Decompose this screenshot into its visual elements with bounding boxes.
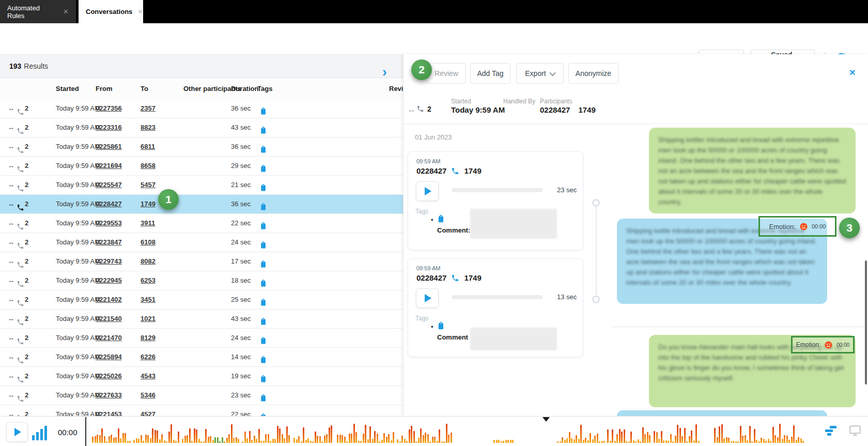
anonymize-button[interactable]: Anonymize [568, 63, 618, 84]
call-count: 2 [25, 290, 28, 309]
participant-number[interactable]: 0228427 [540, 105, 570, 114]
duration-cell: 24 sec [231, 329, 251, 347]
play-icon [14, 428, 21, 436]
annotation-number: 3 [846, 222, 853, 234]
tag-icon[interactable] [436, 215, 444, 225]
duration-cell: 17 sec [231, 252, 251, 270]
seek-marker-icon[interactable] [542, 417, 550, 422]
from-number-link[interactable]: 0229743 [96, 252, 122, 270]
to-number-link[interactable]: 1021 [141, 310, 156, 328]
to-number-link[interactable]: 8082 [141, 252, 156, 270]
direction-icon: ↔ [8, 290, 14, 309]
tab-automated-rules[interactable]: Automated Rules ✕ [0, 0, 76, 23]
panel-scrollbar[interactable] [865, 260, 867, 385]
timeline-node[interactable] [592, 199, 600, 207]
from-number-link[interactable]: 0221694 [96, 157, 122, 175]
from-number-link[interactable]: 0223316 [96, 118, 122, 136]
table-row[interactable]: ↔ 2 Today 9:59 AM 0221540 1021 43 sec [0, 310, 403, 329]
call-count: 2 [25, 252, 28, 270]
close-icon[interactable]: ✕ [137, 8, 143, 16]
to-number-link[interactable]: 3451 [141, 290, 156, 309]
participant-number[interactable]: 1749 [578, 105, 595, 114]
audio-progress-bar[interactable] [452, 295, 542, 299]
close-panel-icon[interactable]: ✕ [849, 68, 856, 78]
to-number-link[interactable]: 8129 [141, 329, 156, 347]
tab-conversations[interactable]: Conversations ✕ [79, 0, 143, 23]
from-number-link[interactable]: 0221470 [96, 329, 122, 347]
call-segment-card[interactable]: 09:59 AM 0228427 1749 13 sec Tags • Comm… [408, 258, 583, 357]
to-number-link[interactable]: 4527 [141, 405, 156, 416]
table-row[interactable]: ↔ 2 Today 9:59 AM 0225547 5457 21 sec [0, 176, 403, 195]
to-number-link[interactable]: 1749 [141, 195, 156, 213]
table-row[interactable]: ↔ 2 Today 9:59 AM 0227356 2357 36 sec [0, 99, 403, 118]
from-number-link[interactable]: 0227356 [96, 99, 122, 117]
direction-icon: ↔ [8, 405, 14, 416]
close-icon[interactable]: ✕ [63, 8, 69, 16]
started-value: Today 9:59 AM [451, 105, 505, 114]
waveform[interactable] [0, 417, 816, 446]
playhead-cursor[interactable] [85, 417, 86, 446]
to-number-link[interactable]: 2357 [141, 99, 156, 117]
from-number-link[interactable]: 0221453 [96, 405, 122, 416]
collapse-panel-icon[interactable]: › [382, 64, 387, 80]
panel-divider [404, 124, 868, 124]
table-row[interactable]: ↔ 2 Today 9:59 AM 0225861 6811 36 sec [0, 137, 403, 157]
to-number-link[interactable]: 6811 [141, 137, 155, 156]
from-number-link[interactable]: 0229553 [96, 214, 122, 232]
to-number-link[interactable]: 8823 [141, 118, 156, 136]
table-row[interactable]: ↔ 2 Today 9:59 AM 0223316 8823 43 sec [0, 118, 403, 137]
add-tag-button[interactable]: Add Tag [470, 63, 510, 84]
call-count: 2 [25, 214, 28, 232]
volume-icon[interactable] [32, 426, 50, 441]
from-number-link[interactable]: 0225861 [96, 137, 122, 156]
from-number-link[interactable]: 0221402 [96, 290, 122, 309]
screen-recording-icon[interactable] [848, 424, 862, 439]
from-number-link[interactable]: 0221540 [96, 310, 122, 328]
to-number-link[interactable]: 8658 [141, 157, 156, 175]
to-number-link[interactable]: 3911 [141, 214, 155, 232]
from-number-link[interactable]: 0225894 [96, 348, 122, 366]
review-button[interactable]: Review [427, 63, 466, 84]
to-number-link[interactable]: 6226 [141, 348, 156, 366]
timeline-node[interactable] [592, 296, 600, 303]
to-number-link[interactable]: 5457 [141, 176, 156, 194]
from-number-link[interactable]: 0227633 [96, 386, 122, 404]
export-button[interactable]: Export [516, 63, 564, 84]
tag-icon[interactable] [258, 410, 266, 416]
table-row[interactable]: ↔ 2 Today 9:59 AM 0221402 3451 25 sec [0, 290, 403, 310]
to-number-link[interactable]: 6108 [141, 233, 156, 251]
direction-icon: ↔ [8, 386, 14, 404]
tag-icon[interactable] [436, 322, 444, 332]
from-number-link[interactable]: 0228427 [96, 195, 122, 213]
from-number-link[interactable]: 0225547 [96, 176, 122, 194]
segments-view-icon[interactable] [825, 425, 837, 437]
table-row[interactable]: ↔ 2 Today 9:59 AM 0221470 8129 24 sec [0, 329, 403, 348]
table-row[interactable]: ↔ 2 Today 9:59 AM 0221453 4527 22 sec [0, 405, 403, 416]
play-button[interactable] [416, 288, 439, 308]
to-number-link[interactable]: 6253 [141, 271, 156, 289]
duration-cell: 36 sec [231, 99, 251, 117]
started-cell: Today 9:59 AM [56, 137, 100, 156]
from-number-link[interactable]: 0223847 [96, 233, 122, 251]
table-row[interactable]: ↔ 2 Today 9:59 AM 0229743 8082 17 sec [0, 252, 403, 271]
to-number-link[interactable]: 5346 [141, 386, 156, 404]
table-row[interactable]: ↔ 2 Today 9:59 AM 0227633 5346 23 sec [0, 386, 403, 405]
to-number-link[interactable]: 4543 [141, 367, 156, 385]
emotion-badge[interactable]: Emotion: 00:00 [791, 336, 855, 353]
table-row[interactable]: ↔ 2 Today 9:59 AM 0228427 1749 36 sec [0, 195, 403, 214]
table-row[interactable]: ↔ 2 Today 9:59 AM 0225894 6226 14 sec [0, 348, 403, 367]
from-number-link[interactable]: 0225026 [96, 367, 122, 385]
table-row[interactable]: ↔ 2 Today 9:59 AM 0222945 6253 18 sec [0, 271, 403, 290]
direction-icon: ↔ [8, 137, 14, 156]
audio-progress-bar[interactable] [452, 188, 542, 192]
table-row[interactable]: ↔ 2 Today 9:59 AM 0225026 4543 19 sec [0, 367, 403, 386]
play-button[interactable] [416, 181, 439, 201]
table-row[interactable]: ↔ 2 Today 9:59 AM 0221694 8658 29 sec [0, 157, 403, 176]
play-button[interactable] [6, 422, 28, 442]
emotion-badge[interactable]: Emotion: 00:00 [758, 216, 836, 237]
call-segment-card[interactable]: 09:59 AM 0228427 1749 23 sec Tags • Comm… [408, 151, 583, 250]
table-row[interactable]: ↔ 2 Today 9:59 AM 0223847 6108 24 sec [0, 233, 403, 252]
from-number-link[interactable]: 0222945 [96, 271, 122, 289]
results-summary: 193 Results [0, 54, 403, 78]
table-row[interactable]: ↔ 2 Today 9:59 AM 0229553 3911 22 sec [0, 214, 403, 233]
